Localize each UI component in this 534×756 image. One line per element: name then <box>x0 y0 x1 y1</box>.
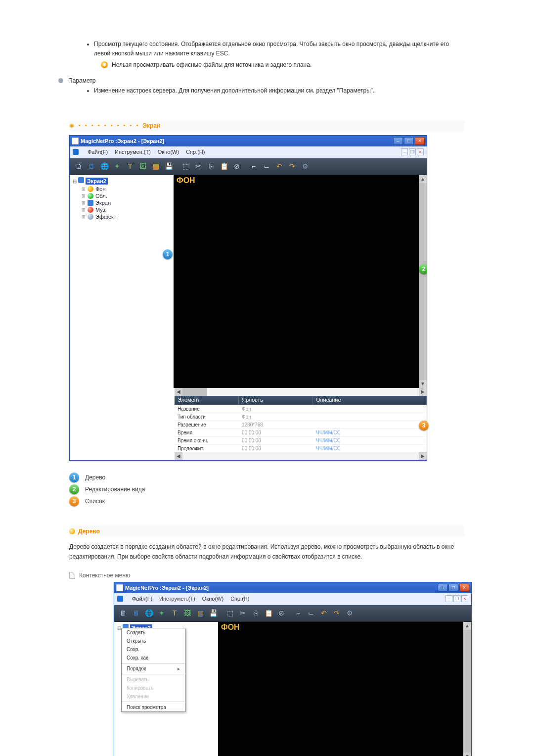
table-row[interactable]: Время00:00:00ЧЧ/ММ/СС <box>175 428 427 436</box>
table-row[interactable]: Продолжит.00:00:00ЧЧ/ММ/СС <box>175 444 427 452</box>
menu-help[interactable]: Спр.(H) <box>186 149 205 155</box>
close-button[interactable]: × <box>459 584 469 592</box>
tool-align1-icon[interactable]: ⌐ <box>248 160 260 172</box>
tool-cut-icon[interactable]: ✂ <box>237 607 249 619</box>
context-menu-item[interactable]: Сохр. как <box>122 654 185 662</box>
canvas-panel[interactable]: ФОН ▲▼ <box>219 622 471 756</box>
tool-undo-icon[interactable]: ↶ <box>318 607 330 619</box>
scroll-down-icon[interactable]: ▼ <box>419 380 427 388</box>
maximize-button[interactable]: □ <box>404 137 414 145</box>
tool-monitor-icon[interactable]: 🖥 <box>130 607 142 619</box>
cell-element: Тип области <box>175 413 239 421</box>
scroll-up-icon[interactable]: ▲ <box>419 175 427 183</box>
preview-note-row: ✱ Нельзя просматривать офисные файлы для… <box>101 60 465 70</box>
list-scrollbar[interactable]: ◀ ▶ <box>175 452 427 460</box>
tool-text-icon[interactable]: T <box>124 160 136 172</box>
table-row[interactable]: Время оконч.00:00:00ЧЧ/ММ/СС <box>175 436 427 444</box>
tool-delete-icon[interactable]: ⊘ <box>231 160 243 172</box>
minimize-button[interactable]: – <box>438 584 447 592</box>
horizontal-scrollbar[interactable]: ◀ ▶ <box>175 388 427 396</box>
param-bullet: Изменение настроек сервера. Для получени… <box>94 86 465 95</box>
tool-undo-icon[interactable]: ↶ <box>273 160 285 172</box>
tree-item[interactable]: ⊞Фон <box>82 186 171 192</box>
menu-help[interactable]: Спр.(H) <box>230 596 249 602</box>
titlebar[interactable]: MagicNetPro :Экран2 - [Экран2] – □ × <box>114 582 471 593</box>
context-menu-item[interactable]: Открыть <box>122 637 185 645</box>
section-dots: ◉ ▪ ▪ ▪ ▪ ▪ ▪ ▪ ▪ ▪ ▪ <box>69 122 140 129</box>
menu-tools[interactable]: Инструмен.(T) <box>159 596 195 602</box>
tool-cut-icon[interactable]: ✂ <box>192 160 204 172</box>
list-header-element[interactable]: Элемент <box>175 396 239 405</box>
maximize-button[interactable]: □ <box>448 584 458 592</box>
tree-item[interactable]: ⊞Обл. <box>82 192 171 199</box>
tool-align2-icon[interactable]: ⌙ <box>261 160 272 172</box>
tool-layers-icon[interactable]: ▤ <box>194 607 206 619</box>
table-row[interactable]: Тип областиФон <box>175 413 427 421</box>
tool-new-icon[interactable]: 🗎 <box>73 160 85 172</box>
tree-item[interactable]: ⊞Эффект <box>82 213 171 220</box>
tool-image-icon[interactable]: 🖼 <box>137 160 149 172</box>
tool-copy-icon[interactable]: ⎘ <box>250 607 262 619</box>
scroll-thumb-h[interactable] <box>182 388 207 396</box>
tool-redo-icon[interactable]: ↷ <box>286 160 298 172</box>
tool-redo-icon[interactable]: ↷ <box>331 607 343 619</box>
tree-root-label[interactable]: Экран2 <box>86 178 108 185</box>
tree-item[interactable]: ⊞Муз. <box>82 206 171 213</box>
tool-cursor-icon[interactable]: ⬚ <box>179 160 191 172</box>
tool-align1-icon[interactable]: ⌐ <box>292 607 304 619</box>
tool-gear-icon[interactable]: ⚙ <box>344 607 356 619</box>
tool-image-icon[interactable]: 🖼 <box>181 607 193 619</box>
table-row[interactable]: Разрешение1280*768 <box>175 421 427 428</box>
tool-paste-icon[interactable]: 📋 <box>263 607 274 619</box>
mdi-min-button[interactable]: – <box>401 148 408 155</box>
minimize-button[interactable]: – <box>393 137 403 145</box>
list-header-desc[interactable]: Описание <box>313 396 427 405</box>
tool-paste-icon[interactable]: 📋 <box>218 160 230 172</box>
scroll-right-icon[interactable]: ▶ <box>419 388 427 396</box>
context-menu-item[interactable]: Сохр. <box>122 645 185 654</box>
tool-cursor-icon[interactable]: ⬚ <box>224 607 236 619</box>
table-row[interactable]: НазваниеФон <box>175 405 427 413</box>
vertical-scrollbar[interactable]: ▲ ▼ <box>419 175 427 388</box>
menu-tools[interactable]: Инструмен.(T) <box>115 149 151 155</box>
close-button[interactable]: × <box>415 137 425 145</box>
tool-layers-icon[interactable]: ▤ <box>150 160 162 172</box>
menu-file[interactable]: Файл(F) <box>132 596 152 602</box>
mdi-close-button[interactable]: × <box>461 595 468 602</box>
mdi-min-button[interactable]: – <box>445 595 452 602</box>
tool-save-icon[interactable]: 💾 <box>163 160 175 172</box>
menu-window[interactable]: Окно(W) <box>202 596 223 602</box>
mdi-restore-button[interactable]: ❐ <box>453 595 460 602</box>
tool-text-icon[interactable]: T <box>169 607 180 619</box>
tool-star-icon[interactable]: ✦ <box>111 160 123 172</box>
mdi-close-button[interactable]: × <box>417 148 424 155</box>
canvas-panel[interactable]: ФОН ▲ ▼ 2 <box>175 175 427 388</box>
scroll-left-icon[interactable]: ◀ <box>175 452 182 460</box>
tool-monitor-icon[interactable]: 🖥 <box>86 160 97 172</box>
menu-file[interactable]: Файл(F) <box>88 149 108 155</box>
tool-delete-icon[interactable]: ⊘ <box>275 607 287 619</box>
list-header-value[interactable]: Ярлость <box>239 396 313 405</box>
preview-bullet-text: Просмотр текущего состояния. Отображаетс… <box>94 41 449 57</box>
context-menu-item[interactable]: Порядок <box>122 664 185 673</box>
scroll-thumb[interactable] <box>419 183 427 380</box>
tool-copy-icon[interactable]: ⎘ <box>205 160 217 172</box>
tool-align2-icon[interactable]: ⌙ <box>305 607 317 619</box>
tool-globe-icon[interactable]: 🌐 <box>143 607 155 619</box>
tool-gear-icon[interactable]: ⚙ <box>299 160 311 172</box>
tree-item[interactable]: ⊞Экран <box>82 199 171 206</box>
tool-new-icon[interactable]: 🗎 <box>117 607 129 619</box>
context-menu[interactable]: СоздатьОткрытьСохр.Сохр. какПорядокВырез… <box>121 628 185 712</box>
context-menu-item[interactable]: Поиск просмотра <box>122 703 185 711</box>
menu-window[interactable]: Окно(W) <box>158 149 179 155</box>
cell-value: Фон <box>239 405 313 413</box>
context-menu-item[interactable]: Создать <box>122 628 185 637</box>
vertical-scrollbar[interactable]: ▲▼ <box>463 622 471 756</box>
tool-star-icon[interactable]: ✦ <box>156 607 168 619</box>
tool-globe-icon[interactable]: 🌐 <box>98 160 110 172</box>
titlebar[interactable]: MagicNetPro :Экран2 - [Экран2] – □ × <box>70 136 427 146</box>
mdi-restore-button[interactable]: ❐ <box>409 148 416 155</box>
tool-save-icon[interactable]: 💾 <box>207 607 219 619</box>
scroll-right-icon[interactable]: ▶ <box>419 452 427 460</box>
scroll-left-icon[interactable]: ◀ <box>175 388 182 396</box>
